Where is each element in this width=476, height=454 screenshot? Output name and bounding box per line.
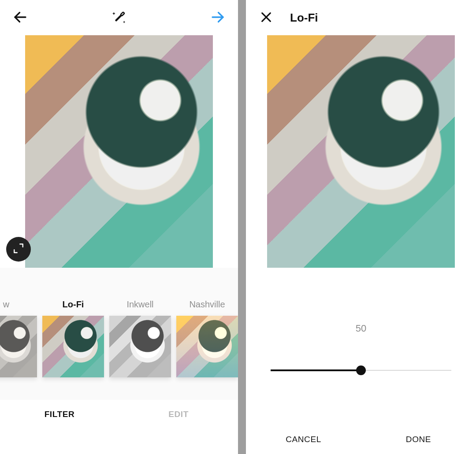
back-button[interactable] <box>11 8 30 27</box>
screen-title: Lo-Fi <box>290 11 318 25</box>
filter-item-nashville[interactable]: Nashville <box>176 299 238 377</box>
filter-strength-slider[interactable] <box>271 366 451 375</box>
slider-track-fill <box>271 369 361 371</box>
top-bar: Lo-Fi <box>246 0 476 35</box>
filter-item-willow[interactable]: w <box>0 299 37 377</box>
filter-thumb <box>0 316 37 377</box>
arrow-left-icon <box>12 9 28 26</box>
close-icon <box>259 10 273 26</box>
filter-thumb <box>42 316 104 377</box>
top-bar <box>0 0 238 35</box>
filter-thumb <box>176 316 238 377</box>
slider-value-label: 50 <box>356 323 366 334</box>
close-button[interactable] <box>257 8 276 27</box>
screens-divider <box>238 0 246 454</box>
photo-preview[interactable] <box>246 35 476 268</box>
filter-label: Nashville <box>189 299 225 310</box>
slider-area: 50 <box>246 268 476 425</box>
cancel-button[interactable]: CANCEL <box>246 435 361 444</box>
auto-enhance-button[interactable] <box>109 8 129 27</box>
svg-rect-2 <box>121 12 125 16</box>
magic-wand-icon <box>110 8 128 27</box>
expand-icon <box>13 243 24 256</box>
photo-preview-image <box>267 35 455 268</box>
filter-item-inkwell[interactable]: Inkwell <box>109 299 171 377</box>
next-button[interactable] <box>208 8 227 27</box>
filter-thumb <box>109 316 171 377</box>
arrow-right-icon <box>210 9 226 26</box>
tab-filter[interactable]: FILTER <box>0 410 119 419</box>
slider-knob[interactable] <box>356 365 366 375</box>
filter-label: Inkwell <box>126 299 153 310</box>
bottom-actions: CANCEL DONE <box>246 425 476 454</box>
expand-crop-button[interactable] <box>6 237 31 262</box>
bottom-tabs: FILTER EDIT <box>0 400 238 429</box>
photo-preview[interactable] <box>0 35 238 268</box>
filter-strength-screen: Lo-Fi 50 CANCEL DONE <box>246 0 476 454</box>
tab-edit[interactable]: EDIT <box>119 410 238 419</box>
filter-label: Lo-Fi <box>63 299 84 310</box>
filter-item-lofi[interactable]: Lo-Fi <box>42 299 104 377</box>
photo-preview-image <box>25 35 213 268</box>
filter-select-screen: w Lo-Fi Inkwell Nashville FILTER <box>0 0 238 454</box>
filter-strip[interactable]: w Lo-Fi Inkwell Nashville <box>0 268 238 400</box>
filter-label: w <box>3 299 9 310</box>
done-button[interactable]: DONE <box>361 435 476 444</box>
filter-row: w Lo-Fi Inkwell Nashville <box>0 299 238 377</box>
